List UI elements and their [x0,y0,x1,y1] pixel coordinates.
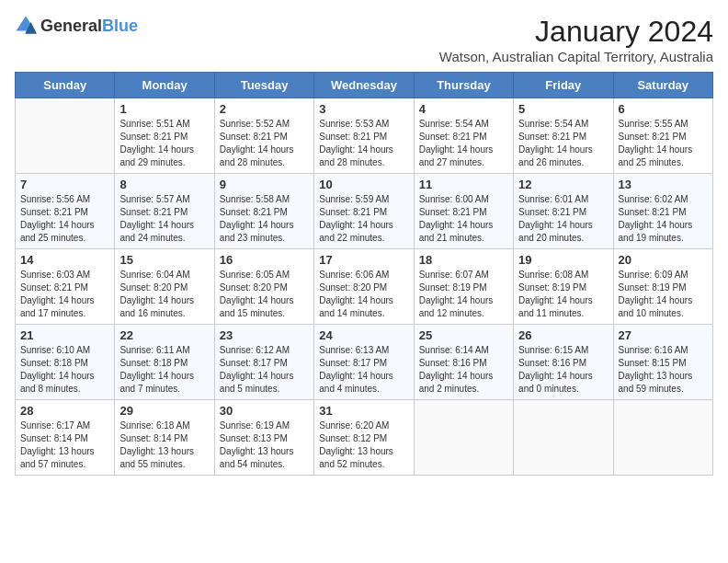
day-number: 1 [119,102,209,116]
day-number: 4 [419,102,508,116]
day-info: Sunrise: 6:15 AMSunset: 8:16 PMDaylight:… [518,344,608,396]
day-number: 27 [619,328,708,342]
day-info: Sunrise: 6:13 AMSunset: 8:17 PMDaylight:… [319,344,408,396]
calendar-cell: 23Sunrise: 6:12 AMSunset: 8:17 PMDayligh… [214,325,313,400]
day-info: Sunrise: 6:16 AMSunset: 8:15 PMDaylight:… [619,344,708,396]
day-number: 13 [619,178,708,191]
logo-icon [15,15,37,37]
calendar-cell: 31Sunrise: 6:20 AMSunset: 8:12 PMDayligh… [314,400,414,476]
day-info: Sunrise: 6:01 AMSunset: 8:21 PMDaylight:… [518,193,608,245]
col-header-saturday: Saturday [613,73,712,98]
day-number: 23 [220,328,309,342]
calendar-cell [613,400,712,476]
calendar-cell: 4Sunrise: 5:54 AMSunset: 8:21 PMDaylight… [414,98,513,174]
calendar-cell: 30Sunrise: 6:19 AMSunset: 8:13 PMDayligh… [214,400,313,476]
col-header-thursday: Thursday [414,73,513,98]
calendar-cell: 5Sunrise: 5:54 AMSunset: 8:21 PMDaylight… [514,98,613,174]
calendar-cell: 10Sunrise: 5:59 AMSunset: 8:21 PMDayligh… [314,174,414,249]
calendar-week-row: 1Sunrise: 5:51 AMSunset: 8:21 PMDaylight… [16,98,713,174]
header: GeneralBlue January 2024 Watson, Austral… [15,15,713,64]
calendar-cell: 22Sunrise: 6:11 AMSunset: 8:18 PMDayligh… [115,325,214,400]
day-info: Sunrise: 6:05 AMSunset: 8:20 PMDaylight:… [220,269,309,320]
day-number: 12 [518,178,608,191]
calendar-week-row: 14Sunrise: 6:03 AMSunset: 8:21 PMDayligh… [16,249,713,325]
calendar-cell: 27Sunrise: 6:16 AMSunset: 8:15 PMDayligh… [613,325,712,400]
day-number: 6 [619,102,708,116]
day-number: 17 [319,253,408,267]
day-number: 11 [419,178,508,191]
day-info: Sunrise: 6:12 AMSunset: 8:17 PMDaylight:… [220,344,309,396]
calendar-cell: 13Sunrise: 6:02 AMSunset: 8:21 PMDayligh… [613,174,712,249]
day-number: 22 [119,328,209,342]
subtitle: Watson, Australian Capital Territory, Au… [439,49,713,64]
day-number: 3 [319,102,408,116]
col-header-tuesday: Tuesday [214,73,313,98]
day-info: Sunrise: 6:07 AMSunset: 8:19 PMDaylight:… [419,269,508,320]
calendar-cell: 26Sunrise: 6:15 AMSunset: 8:16 PMDayligh… [514,325,613,400]
day-info: Sunrise: 6:14 AMSunset: 8:16 PMDaylight:… [419,344,508,396]
day-info: Sunrise: 6:03 AMSunset: 8:21 PMDaylight:… [20,269,109,320]
calendar-cell [414,400,513,476]
day-number: 28 [20,404,109,418]
calendar-cell: 6Sunrise: 5:55 AMSunset: 8:21 PMDaylight… [613,98,712,174]
day-info: Sunrise: 5:54 AMSunset: 8:21 PMDaylight:… [518,118,608,169]
title-area: January 2024 Watson, Australian Capital … [439,15,713,64]
day-info: Sunrise: 5:58 AMSunset: 8:21 PMDaylight:… [220,193,309,245]
day-info: Sunrise: 5:53 AMSunset: 8:21 PMDaylight:… [319,118,408,169]
day-info: Sunrise: 6:19 AMSunset: 8:13 PMDaylight:… [220,419,309,471]
day-number: 19 [518,253,608,267]
day-number: 5 [518,102,608,116]
calendar-cell: 19Sunrise: 6:08 AMSunset: 8:19 PMDayligh… [514,249,613,325]
day-info: Sunrise: 5:55 AMSunset: 8:21 PMDaylight:… [619,118,708,169]
calendar-cell: 9Sunrise: 5:58 AMSunset: 8:21 PMDaylight… [214,174,313,249]
calendar-cell: 16Sunrise: 6:05 AMSunset: 8:20 PMDayligh… [214,249,313,325]
day-number: 15 [119,253,209,267]
col-header-monday: Monday [115,73,214,98]
day-info: Sunrise: 6:09 AMSunset: 8:19 PMDaylight:… [619,269,708,320]
day-info: Sunrise: 5:51 AMSunset: 8:21 PMDaylight:… [119,118,209,169]
day-number: 25 [419,328,508,342]
day-number: 9 [220,178,309,191]
calendar-cell: 2Sunrise: 5:52 AMSunset: 8:21 PMDaylight… [214,98,313,174]
calendar-cell [16,98,115,174]
calendar-cell: 12Sunrise: 6:01 AMSunset: 8:21 PMDayligh… [514,174,613,249]
day-number: 21 [20,328,109,342]
main-title: January 2024 [439,15,713,49]
calendar-cell: 8Sunrise: 5:57 AMSunset: 8:21 PMDaylight… [115,174,214,249]
col-header-sunday: Sunday [16,73,115,98]
calendar-cell: 24Sunrise: 6:13 AMSunset: 8:17 PMDayligh… [314,325,414,400]
col-header-friday: Friday [514,73,613,98]
day-number: 18 [419,253,508,267]
day-number: 29 [119,404,209,418]
day-info: Sunrise: 5:52 AMSunset: 8:21 PMDaylight:… [220,118,309,169]
logo: GeneralBlue [15,15,138,37]
calendar-cell: 20Sunrise: 6:09 AMSunset: 8:19 PMDayligh… [613,249,712,325]
day-number: 8 [119,178,209,191]
calendar-cell: 3Sunrise: 5:53 AMSunset: 8:21 PMDaylight… [314,98,414,174]
day-info: Sunrise: 6:06 AMSunset: 8:20 PMDaylight:… [319,269,408,320]
day-info: Sunrise: 6:18 AMSunset: 8:14 PMDaylight:… [119,419,209,471]
day-number: 31 [319,404,408,418]
calendar-cell: 14Sunrise: 6:03 AMSunset: 8:21 PMDayligh… [16,249,115,325]
day-info: Sunrise: 6:08 AMSunset: 8:19 PMDaylight:… [518,269,608,320]
day-info: Sunrise: 6:10 AMSunset: 8:18 PMDaylight:… [20,344,109,396]
day-info: Sunrise: 6:02 AMSunset: 8:21 PMDaylight:… [619,193,708,245]
day-number: 16 [220,253,309,267]
day-info: Sunrise: 6:20 AMSunset: 8:12 PMDaylight:… [319,419,408,471]
day-info: Sunrise: 6:11 AMSunset: 8:18 PMDaylight:… [119,344,209,396]
calendar-cell: 18Sunrise: 6:07 AMSunset: 8:19 PMDayligh… [414,249,513,325]
logo-text: GeneralBlue [40,17,138,36]
day-info: Sunrise: 5:54 AMSunset: 8:21 PMDaylight:… [419,118,508,169]
calendar-week-row: 7Sunrise: 5:56 AMSunset: 8:21 PMDaylight… [16,174,713,249]
day-info: Sunrise: 6:17 AMSunset: 8:14 PMDaylight:… [20,419,109,471]
day-info: Sunrise: 6:04 AMSunset: 8:20 PMDaylight:… [119,269,209,320]
day-number: 7 [20,178,109,191]
day-number: 20 [619,253,708,267]
calendar-cell: 21Sunrise: 6:10 AMSunset: 8:18 PMDayligh… [16,325,115,400]
day-info: Sunrise: 5:59 AMSunset: 8:21 PMDaylight:… [319,193,408,245]
calendar-week-row: 21Sunrise: 6:10 AMSunset: 8:18 PMDayligh… [16,325,713,400]
calendar-table: SundayMondayTuesdayWednesdayThursdayFrid… [15,72,713,476]
day-number: 2 [220,102,309,116]
calendar-cell: 1Sunrise: 5:51 AMSunset: 8:21 PMDaylight… [115,98,214,174]
calendar-header-row: SundayMondayTuesdayWednesdayThursdayFrid… [16,73,713,98]
